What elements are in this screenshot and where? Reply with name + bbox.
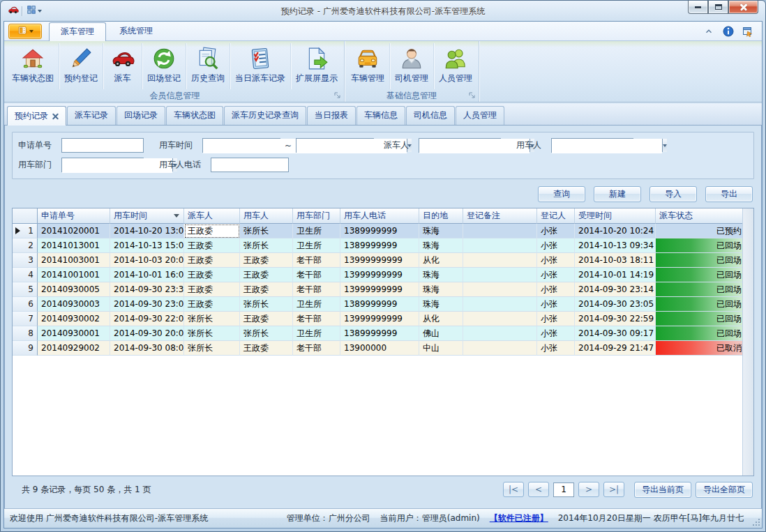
ribbon-button-history-query[interactable]: 历史查询 (186, 43, 230, 89)
cell-phone[interactable]: 13999999999 (340, 312, 419, 326)
cell-user[interactable]: 张所长 (240, 297, 293, 312)
cell-accept_time[interactable]: 2014-09-30 22:59 (575, 312, 656, 326)
cell-phone[interactable]: 1389999999 (340, 326, 419, 341)
cell-dispatcher[interactable]: 张所长 (184, 341, 240, 356)
minimize-button[interactable] (688, 1, 708, 14)
first-page-button[interactable]: |< (503, 482, 524, 497)
column-header-num[interactable] (13, 208, 38, 224)
cell-remark[interactable] (463, 341, 537, 356)
cell-destination[interactable]: 从化 (419, 253, 463, 268)
cell-destination[interactable]: 从化 (419, 312, 463, 326)
cell-registrar[interactable]: 小张 (537, 341, 575, 356)
column-header-dispatcher[interactable]: 派车人 (184, 208, 240, 224)
cell-dispatcher[interactable]: 王政委 (184, 238, 240, 253)
cell-status[interactable]: 已预约 (656, 224, 742, 238)
license-registered-link[interactable]: 【软件已注册】 (490, 512, 548, 524)
cell-order_no[interactable]: 20140929002 (38, 341, 110, 356)
cell-registrar[interactable]: 小张 (537, 238, 575, 253)
cell-use_time[interactable]: 2014-10-13 15:00 (110, 238, 184, 253)
ribbon-tab-system-manage[interactable]: 系统管理 (107, 22, 165, 40)
cell-user[interactable]: 张所长 (240, 238, 293, 253)
cell-order_no[interactable]: 20140930001 (38, 326, 110, 341)
cell-order_no[interactable]: 20141003001 (38, 253, 110, 268)
cell-dispatcher[interactable]: 王政委 (184, 268, 240, 282)
column-header-destination[interactable]: 目的地 (419, 208, 463, 224)
use-time-from-combo[interactable] (202, 138, 280, 153)
cell-dept[interactable]: 老干部 (293, 282, 340, 297)
column-header-use_time[interactable]: 用车时间 (110, 208, 184, 224)
export-button[interactable]: 导出 (705, 186, 753, 202)
cell-status[interactable]: 已回场 (656, 326, 742, 341)
cell-accept_time[interactable]: 2014-10-13 09:34 (575, 238, 656, 253)
collapse-ribbon-icon[interactable] (703, 26, 714, 37)
cell-user[interactable]: 王政委 (240, 341, 293, 356)
ribbon-button-return-register[interactable]: 回场登记 (142, 43, 186, 89)
cell-use_time[interactable]: 2014-09-30 20:00 (110, 326, 184, 341)
column-header-registrar[interactable]: 登记人 (537, 208, 575, 224)
doc-tab-driver-info[interactable]: 司机信息 (406, 106, 455, 125)
cell-registrar[interactable]: 小张 (537, 224, 575, 238)
table-row[interactable]: 2201410130012014-10-13 15:00王政委张所长卫生所138… (13, 238, 742, 253)
cell-order_no[interactable]: 20141001001 (38, 268, 110, 282)
cell-use_time[interactable]: 2014-09-30 23:00 (110, 297, 184, 312)
cell-user[interactable]: 王政委 (240, 268, 293, 282)
request-no-input[interactable] (61, 138, 144, 153)
skin-switch-icon[interactable] (742, 26, 753, 37)
quick-access-layout-button[interactable] (25, 4, 43, 17)
cell-accept_time[interactable]: 2014-10-03 18:11 (575, 253, 656, 268)
query-button[interactable]: 查询 (538, 186, 585, 202)
cell-dispatcher[interactable]: 王政委 (184, 224, 240, 238)
cell-status[interactable]: 已回场 (656, 297, 742, 312)
cell-accept_time[interactable]: 2014-10-20 10:24 (575, 224, 656, 238)
cell-dept[interactable]: 卫生所 (293, 326, 340, 341)
cell-user[interactable]: 张所长 (240, 224, 293, 238)
cell-num[interactable]: 7 (13, 312, 38, 326)
cell-dispatcher[interactable]: 张所长 (184, 326, 240, 341)
cell-dispatcher[interactable]: 张所长 (184, 312, 240, 326)
cell-phone[interactable]: 13999999999 (340, 253, 419, 268)
dispatcher-combo[interactable] (419, 138, 501, 153)
column-header-status[interactable]: 派车状态 (656, 208, 742, 224)
cell-registrar[interactable]: 小张 (537, 312, 575, 326)
dialog-launcher-icon[interactable] (468, 91, 476, 100)
close-button[interactable] (728, 1, 758, 14)
ribbon-button-vehicle-status-map[interactable]: 车辆状态图 (7, 43, 59, 89)
cell-dispatcher[interactable]: 王政委 (184, 297, 240, 312)
cell-registrar[interactable]: 小张 (537, 268, 575, 282)
vertical-scrollbar[interactable] (742, 208, 753, 476)
ribbon-button-extend-screen[interactable]: 扩展屏显示 (291, 43, 343, 89)
cell-dept[interactable]: 老干部 (293, 312, 340, 326)
cell-status[interactable]: 已回场 (656, 282, 742, 297)
cell-destination[interactable]: 佛山 (419, 326, 463, 341)
cell-use_time[interactable]: 2014-10-03 20:00 (110, 253, 184, 268)
cell-num[interactable]: 8 (13, 326, 38, 341)
cell-accept_time[interactable]: 2014-09-30 09:17 (575, 326, 656, 341)
table-row[interactable]: 5201409300052014-09-30 23:30王政委王政委老干部139… (13, 282, 742, 297)
user-combo[interactable] (551, 138, 633, 153)
cell-dept[interactable]: 老干部 (293, 268, 340, 282)
column-header-order_no[interactable]: 申请单号 (38, 208, 110, 224)
table-row[interactable]: 7201409300022014-09-30 22:00张所长王政委老干部139… (13, 312, 742, 326)
cell-num[interactable]: 4 (13, 268, 38, 282)
table-row[interactable]: 1201410200012014-10-20 13:00王政委张所长卫生所138… (13, 224, 742, 238)
cell-user[interactable]: 张所长 (240, 326, 293, 341)
column-header-user[interactable]: 用车人 (240, 208, 293, 224)
cell-order_no[interactable]: 20140930002 (38, 312, 110, 326)
cell-destination[interactable]: 中山 (419, 341, 463, 356)
cell-phone[interactable]: 1389999999 (340, 297, 419, 312)
ribbon-button-personnel-manage[interactable]: 人员管理 (434, 43, 477, 89)
cell-dept[interactable]: 卫生所 (293, 224, 340, 238)
ribbon-button-today-dispatch-records[interactable]: 当日派车记录 (230, 43, 291, 89)
cell-accept_time[interactable]: 2014-09-30 23:14 (575, 282, 656, 297)
doc-tab-dispatch-history-query[interactable]: 派车历史记录查询 (224, 106, 306, 125)
cell-order_no[interactable]: 20140930005 (38, 282, 110, 297)
cell-destination[interactable]: 珠海 (419, 224, 463, 238)
cell-remark[interactable] (463, 268, 537, 282)
cell-remark[interactable] (463, 312, 537, 326)
cell-dept[interactable]: 老干部 (293, 341, 340, 356)
doc-tab-daily-report[interactable]: 当日报表 (307, 106, 356, 125)
cell-registrar[interactable]: 小张 (537, 297, 575, 312)
cell-registrar[interactable]: 小张 (537, 326, 575, 341)
ribbon-button-dispatch[interactable]: 派车 (103, 43, 142, 89)
cell-dept[interactable]: 卫生所 (293, 238, 340, 253)
